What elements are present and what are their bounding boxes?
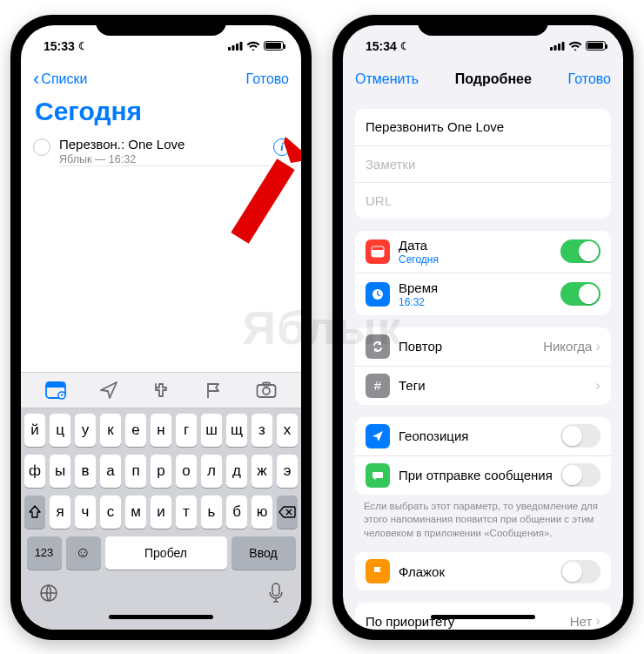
time-row[interactable]: Время 16:32 xyxy=(355,273,611,315)
flag-row[interactable]: Флажок xyxy=(355,552,611,590)
key[interactable]: т xyxy=(176,496,197,529)
title-value: Перезвонить One Love xyxy=(366,119,600,134)
repeat-label: Повтор xyxy=(399,339,543,354)
quick-calendar-icon[interactable] xyxy=(42,376,70,404)
key[interactable]: ь xyxy=(201,496,222,529)
complete-radio[interactable] xyxy=(33,138,50,156)
location-label: Геопозиция xyxy=(399,428,560,443)
russian-keyboard: й ц у к е н г ш щ з х ф ы в а п р о л xyxy=(21,408,301,630)
key[interactable]: в xyxy=(75,455,96,488)
mic-icon[interactable] xyxy=(268,583,284,607)
cancel-label: Отменить xyxy=(355,71,419,87)
key[interactable]: а xyxy=(100,455,121,488)
page-title: Сегодня xyxy=(21,97,301,133)
key[interactable]: ю xyxy=(252,496,272,529)
key[interactable]: ж xyxy=(252,455,272,488)
location-toggle[interactable] xyxy=(560,424,600,448)
key[interactable]: и xyxy=(151,496,171,529)
cellular-icon xyxy=(550,39,565,53)
flag-icon xyxy=(366,559,390,583)
back-button[interactable]: ‹ Списки xyxy=(33,70,87,89)
svg-rect-17 xyxy=(562,42,565,51)
date-toggle[interactable] xyxy=(560,239,600,263)
url-field[interactable]: URL xyxy=(355,182,611,219)
status-time: 15:33 xyxy=(44,39,75,53)
svg-rect-1 xyxy=(232,45,235,51)
svg-rect-0 xyxy=(228,47,231,51)
flag-toggle[interactable] xyxy=(560,560,600,583)
key[interactable]: ы xyxy=(50,455,70,488)
title-group: Перезвонить One Love Заметки URL xyxy=(355,109,611,219)
delete-key[interactable] xyxy=(277,496,298,529)
key[interactable]: к xyxy=(100,414,121,447)
key[interactable]: р xyxy=(151,455,171,488)
emoji-key[interactable]: ☺ xyxy=(66,536,101,570)
notch xyxy=(418,15,548,36)
flag-group: Флажок xyxy=(355,552,611,590)
svg-rect-3 xyxy=(240,42,243,51)
info-button[interactable]: i xyxy=(273,138,291,156)
quick-tag-icon[interactable] xyxy=(147,376,175,404)
key[interactable]: й xyxy=(24,414,45,447)
location-message-group: Геопозиция При отправке сообщения xyxy=(355,417,611,495)
svg-rect-16 xyxy=(558,44,560,51)
location-row[interactable]: Геопозиция xyxy=(355,417,611,455)
key[interactable]: м xyxy=(125,496,146,529)
notes-field[interactable]: Заметки xyxy=(355,145,611,182)
quick-flag-icon[interactable] xyxy=(199,376,227,404)
key[interactable]: с xyxy=(100,496,121,529)
svg-rect-7 xyxy=(46,382,65,388)
space-key[interactable]: Пробел xyxy=(105,536,227,570)
key[interactable]: я xyxy=(50,496,70,529)
datetime-group: Дата Сегодня Время 16:32 xyxy=(355,231,611,315)
home-indicator[interactable] xyxy=(24,609,298,626)
key[interactable]: ч xyxy=(75,496,96,529)
cancel-button[interactable]: Отменить xyxy=(355,71,419,87)
quick-action-bar xyxy=(21,372,301,408)
detail-nav-bar: Отменить Подробнее Готово xyxy=(343,62,623,97)
key[interactable]: э xyxy=(277,455,298,488)
reminder-row[interactable]: Перезвон.: One Love Яблык — 16:32 i xyxy=(21,133,301,165)
messaging-toggle[interactable] xyxy=(560,463,600,487)
key[interactable]: ф xyxy=(24,455,45,488)
svg-rect-2 xyxy=(236,44,238,51)
key[interactable]: б xyxy=(226,496,247,529)
globe-icon[interactable] xyxy=(38,583,59,607)
date-row[interactable]: Дата Сегодня xyxy=(355,231,611,273)
key[interactable]: ц xyxy=(50,414,70,447)
notes-placeholder: Заметки xyxy=(366,157,600,172)
enter-key[interactable]: Ввод xyxy=(231,536,296,570)
svg-rect-14 xyxy=(550,47,553,51)
key[interactable]: щ xyxy=(226,414,247,447)
key[interactable]: з xyxy=(252,414,272,447)
reminder-title[interactable]: Перезвон.: One Love xyxy=(59,137,265,152)
key[interactable]: п xyxy=(125,455,146,488)
key[interactable]: у xyxy=(75,414,96,447)
key[interactable]: л xyxy=(201,455,222,488)
quick-camera-icon[interactable] xyxy=(252,376,280,404)
key[interactable]: е xyxy=(125,414,146,447)
key[interactable]: о xyxy=(176,455,197,488)
messaging-footnote: Если выбрать этот параметр, то уведомлен… xyxy=(343,495,623,541)
key[interactable]: ш xyxy=(201,414,222,447)
dnd-moon-icon: ☾ xyxy=(78,40,88,52)
title-field[interactable]: Перезвонить One Love xyxy=(355,109,611,145)
home-indicator[interactable] xyxy=(343,609,623,626)
kb-row-2: ф ы в а п р о л д ж э xyxy=(24,455,298,488)
key[interactable]: х xyxy=(277,414,298,447)
key[interactable]: д xyxy=(226,455,247,488)
key[interactable]: н xyxy=(151,414,171,447)
numbers-key[interactable]: 123 xyxy=(27,536,62,570)
done-button[interactable]: Готово xyxy=(568,71,611,87)
screen-reminders-today: 15:33 ☾ ‹ Списки Готово Сегодня xyxy=(21,25,301,630)
quick-location-icon[interactable] xyxy=(95,376,123,404)
time-toggle[interactable] xyxy=(560,282,600,306)
messaging-row[interactable]: При отправке сообщения xyxy=(355,455,611,495)
done-button[interactable]: Готово xyxy=(246,71,289,87)
repeat-row[interactable]: Повтор Никогда › xyxy=(355,327,611,366)
shift-key[interactable] xyxy=(24,496,45,529)
svg-point-10 xyxy=(263,388,270,394)
kb-row-1: й ц у к е н г ш щ з х xyxy=(24,414,298,447)
key[interactable]: г xyxy=(176,414,197,447)
tags-row[interactable]: # Теги › xyxy=(355,366,611,405)
